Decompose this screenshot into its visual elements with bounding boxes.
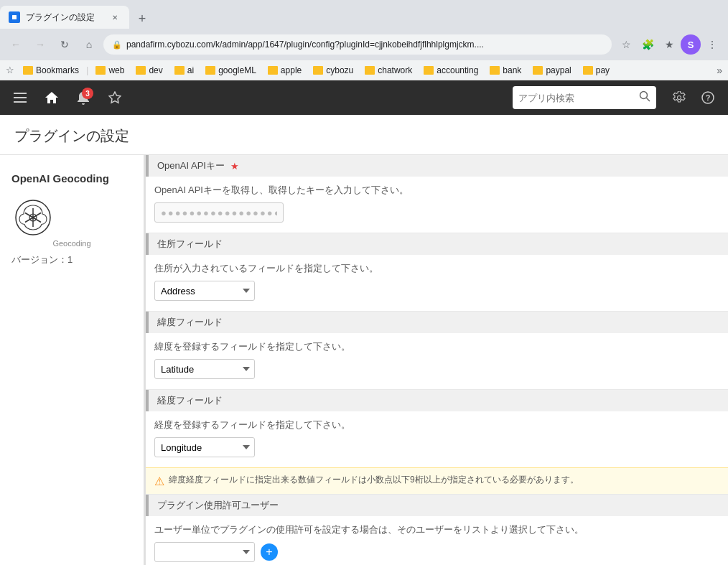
browser-window: プラグインの設定 ✕ + ← → ↻ ⌂ 🔒 pandafirm.cybozu.… <box>0 0 728 565</box>
extension-star-button[interactable]: ★ <box>659 34 679 55</box>
address-bar: ← → ↻ ⌂ 🔒 pandafirm.cybozu.com/k/admin/a… <box>0 29 728 60</box>
address-field-desc: 住所が入力されているフィールドを指定して下さい。 <box>154 262 719 275</box>
longitude-field-select[interactable]: Longitude 経度 longitude <box>154 437 255 457</box>
bookmark-bank[interactable]: bank <box>485 64 526 77</box>
api-key-input[interactable] <box>154 202 284 223</box>
latitude-field-section: 緯度フィールド 緯度を登録するフィールドを指定して下さい。 Latitude 緯… <box>146 312 728 390</box>
bookmark-ai[interactable]: ai <box>170 64 198 77</box>
address-field-section: 住所フィールド 住所が入力されているフィールドを指定して下さい。 Address… <box>146 233 728 312</box>
page-content: プラグインの設定 OpenAI Geocoding <box>0 115 728 565</box>
users-select[interactable] <box>154 542 255 562</box>
api-key-title: OpenAI APIキー <box>157 159 225 172</box>
bookmark-apple[interactable]: apple <box>263 64 306 77</box>
bookmark-pay[interactable]: pay <box>579 64 614 77</box>
bookmark-dev[interactable]: dev <box>131 64 167 77</box>
permitted-users-title: プラグイン使用許可ユーザー <box>157 499 279 512</box>
bookmark-web[interactable]: web <box>91 64 129 77</box>
bookmark-label: web <box>108 65 124 75</box>
bookmarks-more-button[interactable]: » <box>717 65 722 76</box>
home-button[interactable]: ⌂ <box>79 34 99 55</box>
search-icon[interactable] <box>639 90 650 105</box>
app-search-bar[interactable] <box>513 86 656 109</box>
svg-rect-4 <box>14 101 27 103</box>
bookmark-googleml[interactable]: googleML <box>201 64 261 77</box>
api-key-section: OpenAI APIキー ★ OpenAI APIキーを取得し、取得したキーを入… <box>146 155 728 233</box>
bookmark-label: apple <box>281 65 302 75</box>
tab-close-button[interactable]: ✕ <box>109 11 121 23</box>
api-key-desc: OpenAI APIキーを取得し、取得したキーを入力して下さい。 <box>154 184 719 197</box>
permitted-users-section: プラグイン使用許可ユーザー ユーザー単位でプラグインの使用許可を設定する場合は、… <box>146 495 728 565</box>
warning-row: ⚠ 緯度経度フィールドに指定出来る数値フィールドは小数点以下9桁以上が指定されて… <box>146 467 728 494</box>
bookmark-chatwork[interactable]: chatwork <box>360 64 416 77</box>
help-button[interactable]: ? <box>696 86 719 109</box>
svg-point-5 <box>640 92 648 99</box>
plugin-name: OpenAI Geocoding <box>11 172 132 185</box>
address-actions: ☆ 🧩 ★ S ⋮ <box>616 34 722 55</box>
bookmark-label: pay <box>596 65 610 75</box>
page-title: プラグインの設定 <box>14 126 714 146</box>
api-key-body: OpenAI APIキーを取得し、取得したキーを入力して下さい。 <box>146 177 728 233</box>
page-header: プラグインの設定 <box>0 115 728 155</box>
profile-button[interactable]: S <box>681 34 701 55</box>
address-field-body: 住所が入力されているフィールドを指定して下さい。 Address 住所 addr… <box>146 255 728 311</box>
longitude-field-body: 経度を登録するフィールドを指定して下さい。 Longitude 経度 longi… <box>146 411 728 467</box>
openai-logo-svg <box>15 200 51 235</box>
api-key-header: OpenAI APIキー ★ <box>146 155 728 177</box>
tab-favicon <box>9 11 20 23</box>
latitude-field-title: 緯度フィールド <box>157 316 223 329</box>
settings-area: OpenAI APIキー ★ OpenAI APIキーを取得し、取得したキーを入… <box>144 155 728 565</box>
menu-button[interactable]: ⋮ <box>702 34 722 55</box>
svg-line-6 <box>647 98 650 102</box>
forward-button[interactable]: → <box>30 34 50 55</box>
svg-rect-1 <box>12 15 17 19</box>
svg-text:?: ? <box>706 93 711 102</box>
latitude-field-body: 緯度を登録するフィールドを指定して下さい。 Latitude 緯度 latitu… <box>146 333 728 389</box>
longitude-field-desc: 経度を登録するフィールドを指定して下さい。 <box>154 419 719 431</box>
bookmark-label: accounting <box>437 65 478 75</box>
address-input[interactable]: 🔒 pandafirm.cybozu.com/k/admin/app/1647/… <box>103 34 612 55</box>
bookmark-folder-icon <box>424 66 434 75</box>
hamburger-menu-button[interactable] <box>9 86 32 109</box>
svg-rect-2 <box>14 93 27 94</box>
bookmark-label: googleML <box>218 65 256 75</box>
permitted-users-desc: ユーザー単位でプラグインの使用許可を設定する場合は、そのユーザーをリストより選択… <box>154 523 719 536</box>
plugin-logo <box>11 196 55 239</box>
latitude-field-desc: 緯度を登録するフィールドを指定して下さい。 <box>154 340 719 353</box>
latitude-select-wrapper: Latitude 緯度 latitude <box>154 359 255 379</box>
bookmark-folder-icon <box>365 66 375 75</box>
address-field-header: 住所フィールド <box>146 233 728 255</box>
bookmark-folder-icon <box>95 66 106 75</box>
new-tab-button[interactable]: + <box>132 9 152 29</box>
latitude-field-select[interactable]: Latitude 緯度 latitude <box>154 359 255 379</box>
bookmark-star-button[interactable]: ☆ <box>616 34 636 55</box>
favorites-button[interactable] <box>103 86 126 109</box>
lock-icon: 🔒 <box>112 40 122 50</box>
bookmark-separator: | <box>86 65 88 75</box>
bookmarks-star-icon: ☆ <box>6 65 14 75</box>
settings-gear-button[interactable] <box>668 86 691 109</box>
bookmark-folder-icon <box>583 66 593 75</box>
plugin-version: バージョン：1 <box>11 253 132 266</box>
address-field-select[interactable]: Address 住所 address <box>154 281 255 301</box>
bookmark-accounting[interactable]: accounting <box>419 64 482 77</box>
bookmark-bookmarks[interactable]: Bookmarks <box>19 64 83 77</box>
address-select-wrapper: Address 住所 address <box>154 281 255 301</box>
bookmark-paypal[interactable]: paypal <box>528 64 575 77</box>
app-search-input[interactable] <box>518 93 635 103</box>
home-button[interactable] <box>40 86 63 109</box>
bookmark-label: Bookmarks <box>36 65 79 75</box>
longitude-field-section: 経度フィールド 経度を登録するフィールドを指定して下さい。 Longitude … <box>146 390 728 495</box>
notification-button[interactable]: 3 <box>72 86 95 109</box>
active-tab[interactable]: プラグインの設定 ✕ <box>0 6 129 29</box>
permitted-users-add-row: + <box>154 542 719 562</box>
users-select-wrapper <box>154 542 255 562</box>
bookmark-label: dev <box>149 65 162 75</box>
content-body: OpenAI Geocoding Geocoding バージョン：1 <box>0 155 728 565</box>
bookmark-cybozu[interactable]: cybozu <box>309 64 358 77</box>
add-user-button[interactable]: + <box>261 543 278 561</box>
extension-puzzle-button[interactable]: 🧩 <box>638 34 658 55</box>
reload-button[interactable]: ↻ <box>55 34 75 55</box>
required-mark: ★ <box>230 161 239 172</box>
warning-icon: ⚠ <box>154 475 164 488</box>
back-button[interactable]: ← <box>6 34 26 55</box>
